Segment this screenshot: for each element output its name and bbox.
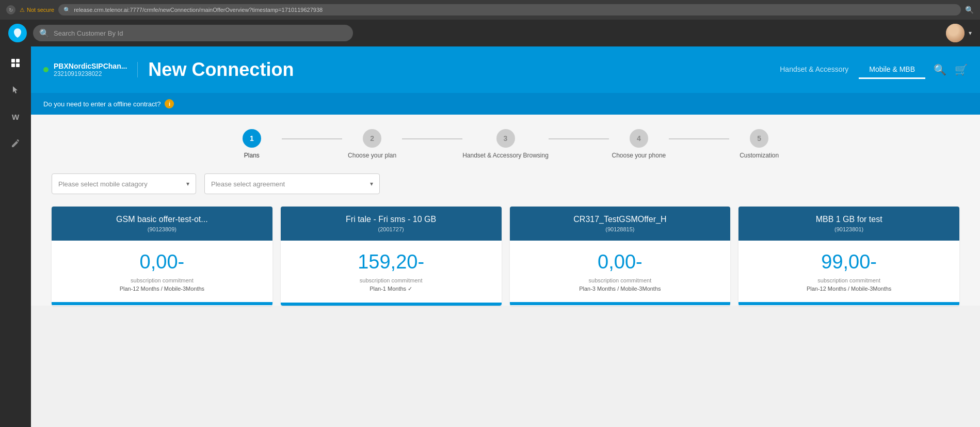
card-id-2: (90128815) [518,226,722,232]
card-commitment-label-2: subscription commitment [518,277,722,283]
app-layout: W PBXNordicSIPChan... 23210919238022 New… [0,46,980,427]
telenor-logo[interactable] [8,24,27,42]
customer-info: PBXNordicSIPChan... 23210919238022 [43,62,138,77]
address-bar[interactable]: 🔍 release.crm.telenor.ai:7777/crmfe/newC… [58,4,961,15]
step-connector-4-5 [669,138,729,139]
card-commitment-value-0: Plan-12 Months / Mobile-3Months [60,286,264,292]
customer-details: PBXNordicSIPChan... 23210919238022 [54,62,127,77]
card-price-0: 0,00- [60,251,264,273]
step-circle-2: 2 [363,129,381,148]
browser-search-icon[interactable]: 🔍 [965,6,974,14]
search-icon: 🔍 [39,28,50,38]
sidebar-item-w[interactable]: W [7,108,24,125]
card-header-1: Fri tale - Fri sms - 10 GB (2001727) [281,207,502,241]
browser-right-icons: 🔍 [965,5,974,14]
plans-grid: GSM basic offer-test-ot... (90123809) 0,… [31,207,980,306]
card-id-1: (2001727) [289,226,493,232]
svg-rect-2 [11,64,15,67]
card-commitment-label-0: subscription commitment [60,277,264,283]
offline-contract-bar: Do you need to enter a offline contract?… [31,93,980,115]
step-label-2: Choose your plan [348,152,396,159]
mobile-category-placeholder: Please select mobile catagory [58,180,148,188]
address-search-icon: 🔍 [63,7,71,13]
customer-id: 23210919238022 [54,70,127,77]
card-id-3: (90123801) [747,226,951,232]
filter-row: Please select mobile catagory ▾ Please s… [31,167,980,207]
customer-name: PBXNordicSIPChan... [54,62,127,70]
plan-card-2[interactable]: CR317_TestGSMOffer_H (90128815) 0,00- su… [510,207,731,306]
top-nav: 🔍 ▾ [0,20,980,46]
page-title: New Connection [148,59,769,81]
mobile-category-dropdown[interactable]: Please select mobile catagory ▾ [52,173,196,194]
plan-card-0[interactable]: GSM basic offer-test-ot... (90123809) 0,… [52,207,272,306]
step-circle-3: 3 [496,129,515,148]
agreement-dropdown[interactable]: Please select agreement ▾ [204,173,380,194]
step-connector-2-3 [402,138,462,139]
mobile-category-arrow: ▾ [186,180,189,187]
card-bottom-bar-0 [52,302,272,305]
plan-card-3[interactable]: MBB 1 GB for test (90123801) 99,00- subs… [738,207,959,306]
user-dropdown-arrow[interactable]: ▾ [969,29,972,37]
agreement-placeholder: Please select agreement [211,180,285,188]
step-circle-1: 1 [243,129,261,148]
card-price-2: 0,00- [518,251,722,273]
search-input[interactable] [54,29,347,37]
steps: 1 Plans 2 Choose your plan 3 Handset & A… [222,129,790,159]
step-3[interactable]: 3 Handset & Accessory Browsing [462,129,549,159]
header-search-icon[interactable]: 🔍 [934,64,946,76]
card-header-0: GSM basic offer-test-ot... (90123809) [52,207,272,241]
url-text: release.crm.telenor.ai:7777/crmfe/newCon… [74,7,323,13]
customer-status-dot [43,67,49,72]
step-label-5: Customization [740,152,779,159]
step-connector-1-2 [282,138,342,139]
step-circle-5: 5 [750,129,768,148]
card-price-1: 159,20- [289,251,493,273]
sidebar-item-edit[interactable] [7,135,24,152]
tab-handset-accessory[interactable]: Handset & Accessory [769,61,859,79]
security-indicator: ⚠ Not secure [20,7,54,13]
offline-info-icon[interactable]: i [165,99,174,108]
header-cart-icon[interactable]: 🛒 [955,64,968,76]
card-body-3: 99,00- subscription commitment Plan-12 M… [738,241,959,302]
sidebar: W [0,46,31,427]
header-tabs: Handset & Accessory Mobile & MBB [769,61,925,79]
browser-chrome: ↻ ⚠ Not secure 🔍 release.crm.telenor.ai:… [0,0,980,20]
step-circle-4: 4 [630,129,648,148]
avatar-image [946,24,965,42]
step-label-3: Handset & Accessory Browsing [462,152,549,159]
steps-container: 1 Plans 2 Choose your plan 3 Handset & A… [31,115,980,167]
card-commitment-label-3: subscription commitment [747,277,951,283]
sidebar-item-pointer[interactable] [7,82,24,98]
step-5[interactable]: 5 Customization [729,129,790,159]
card-id-0: (90123809) [60,226,264,232]
search-bar[interactable]: 🔍 [33,25,353,41]
avatar[interactable] [946,24,965,42]
step-4[interactable]: 4 Choose your phone [609,129,669,159]
plan-card-1[interactable]: Fri tale - Fri sms - 10 GB (2001727) 159… [281,207,502,306]
svg-rect-1 [16,59,20,62]
card-commitment-value-2: Plan-3 Months / Mobile-3Months [518,286,722,292]
card-price-3: 99,00- [747,251,951,273]
card-bottom-bar-2 [510,302,731,305]
card-commitment-value-3: Plan-12 Months / Mobile-3Months [747,286,951,292]
sidebar-item-grid[interactable] [7,55,24,71]
refresh-icon[interactable]: ↻ [6,5,15,14]
page-header: PBXNordicSIPChan... 23210919238022 New C… [31,46,980,93]
step-2[interactable]: 2 Choose your plan [342,129,403,159]
nav-right: ▾ [946,24,972,42]
card-body-0: 0,00- subscription commitment Plan-12 Mo… [52,241,272,302]
step-1[interactable]: 1 Plans [222,129,282,159]
tab-mobile-mbb[interactable]: Mobile & MBB [859,61,925,79]
card-bottom-bar-1 [281,303,502,306]
main-content: PBXNordicSIPChan... 23210919238022 New C… [31,46,980,427]
card-title-0: GSM basic offer-test-ot... [60,215,264,224]
card-body-1: 159,20- subscription commitment Plan-1 M… [281,241,502,303]
step-label-4: Choose your phone [612,152,666,159]
card-bottom-bar-3 [738,302,959,305]
svg-rect-3 [16,64,20,67]
card-title-3: MBB 1 GB for test [747,215,951,224]
header-actions: 🔍 🛒 [934,64,968,76]
card-title-1: Fri tale - Fri sms - 10 GB [289,215,493,224]
step-connector-3-4 [549,138,609,139]
card-header-2: CR317_TestGSMOffer_H (90128815) [510,207,731,241]
